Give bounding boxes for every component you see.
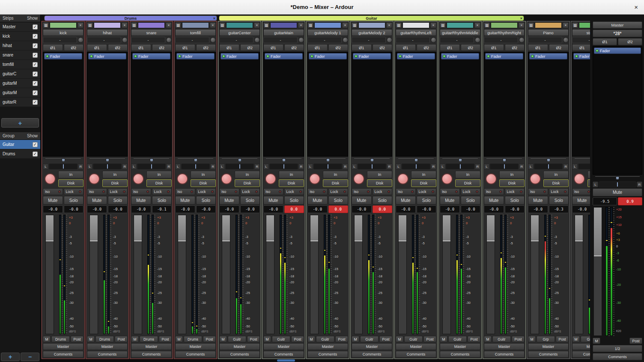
strip-name-button[interactable]: guitarRhythmMiddle: [440, 29, 480, 36]
strip-hide-button[interactable]: ×: [386, 22, 392, 28]
solo-lock-button[interactable]: Lock: [108, 188, 128, 195]
monitor-disk-button[interactable]: Disk: [146, 179, 172, 187]
gain-display[interactable]: -0.0: [572, 205, 590, 213]
trim-button[interactable]: -: [263, 37, 298, 43]
sidebar-list-item[interactable]: guitarM ✓: [0, 79, 40, 88]
fader-led[interactable]: [134, 55, 137, 58]
output-button[interactable]: Master: [131, 343, 172, 350]
mute-button[interactable]: Mute: [440, 196, 460, 205]
titlebar[interactable]: *Demo – Mixer – Ardour ×: [0, 0, 644, 15]
strip-hide-button[interactable]: ×: [210, 22, 216, 28]
trim-knob[interactable]: [298, 37, 304, 43]
peak-display[interactable]: -0.0: [108, 205, 128, 213]
peak-display[interactable]: -0.0: [240, 205, 260, 213]
peak-display[interactable]: -0.1: [152, 205, 172, 213]
m-button[interactable]: M: [87, 336, 95, 342]
monitor-input-button[interactable]: In: [279, 171, 304, 178]
visibility-checkbox[interactable]: ✓: [33, 81, 38, 86]
monitor-disk-button[interactable]: Disk: [455, 179, 480, 187]
gain-display[interactable]: -0.0: [43, 205, 63, 213]
solo-button[interactable]: Solo: [64, 196, 84, 205]
sidebar-list-item[interactable]: snare ✓: [0, 50, 40, 60]
meter-point-button[interactable]: Post: [379, 336, 392, 342]
gain-fader[interactable]: [442, 215, 451, 334]
monitor-disk-button[interactable]: Disk: [191, 179, 216, 187]
trim-button[interactable]: -: [175, 37, 209, 43]
comments-button[interactable]: Comments: [528, 351, 569, 358]
strip-width-button[interactable]: ▦: [43, 22, 49, 28]
group-button[interactable]: Guitr: [360, 336, 379, 342]
fader-led[interactable]: [46, 55, 49, 58]
solo-isolate-button[interactable]: Iso: [572, 188, 590, 195]
m-button[interactable]: M: [307, 336, 315, 342]
h-scrollbar-handle[interactable]: [277, 359, 295, 362]
monitor-input-button[interactable]: In: [499, 171, 525, 178]
strip-width-button[interactable]: ▦: [87, 22, 93, 28]
strip-color-bar[interactable]: [270, 22, 297, 28]
strip-width-button[interactable]: ▦: [307, 22, 313, 28]
solo-lock-button[interactable]: Lock: [461, 188, 481, 195]
sidebar-list-item[interactable]: Guitar ✓: [0, 140, 40, 149]
master-comments-button[interactable]: Comments: [593, 353, 642, 360]
gain-fader[interactable]: [266, 215, 274, 334]
solo-button[interactable]: Solo: [108, 196, 128, 205]
strip-hide-button[interactable]: ×: [342, 22, 348, 28]
gain-fader[interactable]: [222, 215, 230, 334]
comments-button[interactable]: Comments: [572, 351, 590, 358]
strip-hide-button[interactable]: ×: [430, 22, 436, 28]
processor-box[interactable]: Fader: [572, 52, 590, 157]
meter-point-button[interactable]: Post: [291, 336, 304, 342]
comments-button[interactable]: Comments: [484, 351, 525, 358]
strip-color-bar[interactable]: [182, 22, 209, 28]
visibility-checkbox[interactable]: ✓: [33, 90, 38, 95]
strip-name-button[interactable]: guitarRhythmRight: [484, 29, 525, 36]
strip-width-button[interactable]: ▦: [572, 22, 578, 28]
strip-color-bar[interactable]: [94, 22, 121, 28]
processor-box[interactable]: Fader: [440, 52, 480, 157]
strip-color-bar[interactable]: [358, 22, 385, 28]
peak-display[interactable]: -0.0: [417, 205, 437, 213]
peak-display[interactable]: -0.3: [549, 205, 569, 213]
peak-display[interactable]: 0.0: [328, 205, 349, 213]
fader-processor-entry[interactable]: Fader: [441, 53, 479, 59]
m-button[interactable]: M: [440, 336, 447, 342]
output-button[interactable]: Master: [484, 343, 525, 350]
strip-color-bar[interactable]: [138, 22, 165, 28]
mute-button[interactable]: Mute: [263, 196, 283, 205]
comments-button[interactable]: Comments: [175, 351, 216, 358]
sidebar-list-item[interactable]: hihat ✓: [0, 41, 40, 50]
mute-button[interactable]: Mute: [307, 196, 328, 205]
strip-width-button[interactable]: ▦: [352, 22, 358, 28]
trim-button[interactable]: -: [352, 37, 386, 43]
meter-point-button[interactable]: Post: [335, 336, 348, 342]
strip-name-button[interactable]: guitarMelody 2: [352, 29, 392, 36]
strip-name-button[interactable]: guitarMelody 1: [307, 29, 348, 36]
strip-hide-button[interactable]: ×: [78, 22, 83, 28]
pan-handle[interactable]: [194, 158, 197, 162]
record-enable-button[interactable]: [133, 173, 144, 184]
gain-fader[interactable]: [575, 215, 583, 334]
phase-1-button[interactable]: Ø1: [572, 44, 590, 51]
gain-fader[interactable]: [531, 215, 539, 334]
record-enable-button[interactable]: [221, 173, 232, 184]
pan-handle[interactable]: [238, 158, 242, 162]
mute-button[interactable]: Mute: [219, 196, 239, 205]
solo-isolate-button[interactable]: Iso: [43, 188, 63, 195]
record-enable-button[interactable]: [441, 173, 453, 184]
phase-1-button[interactable]: Ø1: [352, 44, 372, 51]
meter-point-button[interactable]: Post: [247, 336, 260, 342]
group-button[interactable]: Guitr: [272, 336, 290, 342]
remove-group-button[interactable]: −: [21, 353, 39, 361]
record-enable-button[interactable]: [177, 173, 188, 184]
group-button[interactable]: Guitr: [404, 336, 423, 342]
visibility-checkbox[interactable]: ✓: [33, 34, 38, 39]
trim-button[interactable]: -: [307, 37, 342, 43]
output-button[interactable]: Master: [440, 343, 480, 350]
pan-track[interactable]: [402, 163, 430, 169]
meter-point-button[interactable]: Post: [512, 336, 525, 342]
master-fader-led[interactable]: [596, 49, 599, 52]
trim-knob[interactable]: [431, 37, 436, 43]
peak-display[interactable]: -0.0: [461, 205, 481, 213]
solo-lock-button[interactable]: Lock: [373, 188, 393, 195]
solo-isolate-button[interactable]: Iso: [396, 188, 416, 195]
